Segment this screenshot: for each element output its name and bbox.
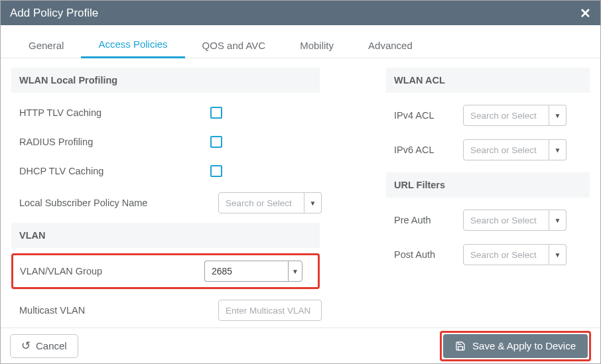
label-post-auth: Post Auth xyxy=(394,249,463,260)
tab-qos-avc[interactable]: QOS and AVC xyxy=(185,34,283,58)
section-wlan-acl: WLAN ACL xyxy=(386,68,590,93)
label-radius-profiling: RADIUS Profiling xyxy=(19,137,178,147)
row-dhcp-tlv-caching: DHCP TLV Caching xyxy=(11,156,320,186)
checkbox-http-tlv-caching[interactable] xyxy=(210,107,222,119)
cancel-button-label: Cancel xyxy=(36,340,67,351)
combo-ipv4-acl: ▼ xyxy=(463,105,567,126)
right-column: WLAN ACL IPv4 ACL ▼ IPv6 ACL ▼ URL Filte… xyxy=(386,68,590,328)
input-local-subscriber-policy[interactable] xyxy=(218,192,304,213)
row-post-auth: Post Auth ▼ xyxy=(386,237,590,272)
row-pre-auth: Pre Auth ▼ xyxy=(386,203,590,237)
label-local-subscriber-policy: Local Subscriber Policy Name xyxy=(19,198,178,208)
tab-advanced[interactable]: Advanced xyxy=(351,34,430,58)
input-pre-auth[interactable] xyxy=(463,210,549,231)
combo-post-auth: ▼ xyxy=(463,244,567,265)
dialog-title: Add Policy Profile xyxy=(10,7,98,20)
dropdown-pre-auth[interactable]: ▼ xyxy=(549,210,567,231)
save-button-highlight: Save & Apply to Device xyxy=(440,331,591,361)
input-post-auth[interactable] xyxy=(463,244,549,265)
label-dhcp-tlv-caching: DHCP TLV Caching xyxy=(19,166,178,176)
close-icon[interactable]: ✕ xyxy=(580,7,591,20)
checkbox-dhcp-tlv-caching[interactable] xyxy=(210,165,222,177)
dropdown-vlan-group[interactable]: ▼ xyxy=(288,261,302,282)
save-apply-button-label: Save & Apply to Device xyxy=(472,340,576,351)
footer: ↺ Cancel Save & Apply to Device xyxy=(1,328,600,363)
dropdown-ipv4-acl[interactable]: ▼ xyxy=(549,105,567,126)
content: WLAN Local Profiling HTTP TLV Caching RA… xyxy=(1,58,600,328)
label-ipv6-acl: IPv6 ACL xyxy=(394,145,463,155)
input-ipv4-acl[interactable] xyxy=(463,105,549,126)
combo-vlan-group: ▼ xyxy=(204,261,302,282)
row-ipv4-acl: IPv4 ACL ▼ xyxy=(386,98,590,133)
dropdown-local-subscriber-policy[interactable]: ▼ xyxy=(304,192,322,213)
left-column: WLAN Local Profiling HTTP TLV Caching RA… xyxy=(11,68,320,328)
label-vlan-group: VLAN/VLAN Group xyxy=(20,266,174,276)
dropdown-ipv6-acl[interactable]: ▼ xyxy=(549,139,567,160)
label-multicast-vlan: Multicast VLAN xyxy=(19,305,178,316)
row-http-tlv-caching: HTTP TLV Caching xyxy=(11,98,320,127)
input-vlan-group[interactable] xyxy=(204,261,288,282)
input-multicast-vlan[interactable] xyxy=(218,300,322,321)
save-icon xyxy=(455,341,466,351)
checkbox-radius-profiling[interactable] xyxy=(210,136,222,148)
cancel-button[interactable]: ↺ Cancel xyxy=(10,334,78,358)
combo-ipv6-acl: ▼ xyxy=(463,139,567,160)
row-ipv6-acl: IPv6 ACL ▼ xyxy=(386,133,590,167)
combo-pre-auth: ▼ xyxy=(463,210,567,231)
input-ipv6-acl[interactable] xyxy=(463,139,549,160)
dropdown-post-auth[interactable]: ▼ xyxy=(549,244,567,265)
label-pre-auth: Pre Auth xyxy=(394,215,463,225)
save-apply-button[interactable]: Save & Apply to Device xyxy=(443,334,588,358)
tab-access-policies[interactable]: Access Policies xyxy=(81,33,184,58)
row-multicast-vlan: Multicast VLAN xyxy=(11,293,320,328)
section-vlan: VLAN xyxy=(11,223,320,248)
combo-local-subscriber-policy: ▼ xyxy=(218,192,322,213)
row-vlan-group-highlight: VLAN/VLAN Group ▼ xyxy=(11,253,320,289)
row-radius-profiling: RADIUS Profiling xyxy=(11,127,320,156)
row-local-subscriber-policy: Local Subscriber Policy Name ▼ xyxy=(11,186,320,220)
section-url-filters: URL Filters xyxy=(386,172,590,198)
dialog-titlebar: Add Policy Profile ✕ xyxy=(1,1,600,25)
label-http-tlv-caching: HTTP TLV Caching xyxy=(19,107,178,118)
tab-mobility[interactable]: Mobility xyxy=(283,34,351,58)
undo-icon: ↺ xyxy=(21,340,31,351)
tab-general[interactable]: General xyxy=(11,34,81,58)
label-ipv4-acl: IPv4 ACL xyxy=(394,110,463,121)
section-wlan-local-profiling: WLAN Local Profiling xyxy=(11,68,320,93)
tabs: General Access Policies QOS and AVC Mobi… xyxy=(1,33,600,58)
